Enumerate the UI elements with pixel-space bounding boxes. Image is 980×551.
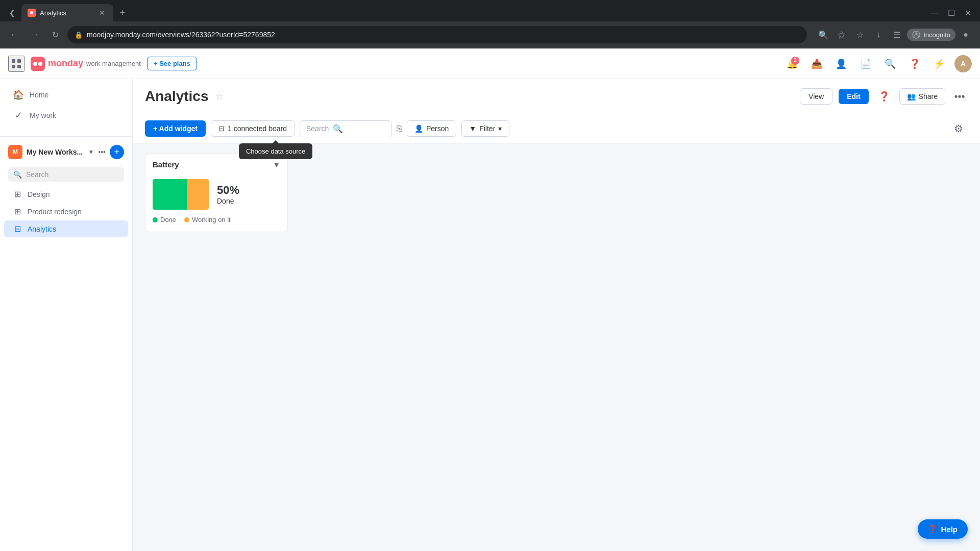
browser-chrome: ❮ Analytics ✕ + — ☐ ✕ ← → ↻ 🔒 moodjoy.mo… xyxy=(0,0,980,48)
legend-item-working: Working on it xyxy=(184,216,231,223)
board-icon-analytics: ⊟ xyxy=(12,224,22,234)
toolbar-search[interactable]: Search 🔍 xyxy=(300,120,391,137)
tab-favicon xyxy=(28,9,36,17)
person-filter-button[interactable]: 👤 Person xyxy=(407,120,456,137)
widget-filter-icon[interactable]: ▼ xyxy=(273,160,280,169)
tab-close-button[interactable]: ✕ xyxy=(97,8,107,18)
sidebar-item-analytics[interactable]: ⊟ Analytics xyxy=(4,220,128,237)
filter-button[interactable]: ▼ Filter ▾ xyxy=(461,120,509,137)
battery-done-label: Done xyxy=(217,197,239,205)
download-button[interactable]: ↓ xyxy=(870,27,887,43)
back-button[interactable]: ← xyxy=(6,27,22,43)
tab-title: Analytics xyxy=(40,9,93,17)
help-button[interactable]: ❓ Help xyxy=(918,519,968,539)
apps-grid-button[interactable] xyxy=(8,56,24,72)
reload-button[interactable]: ↻ xyxy=(47,27,63,43)
workspace-header[interactable]: M My New Works... ▼ ••• + xyxy=(0,141,132,163)
bookmark-button[interactable]: ☆ xyxy=(852,27,868,43)
legend-item-done: Done xyxy=(153,216,176,223)
share-label: Share xyxy=(919,92,938,101)
maximize-button[interactable]: ☐ xyxy=(944,6,959,20)
widget-body: 50% Done Done Working on it xyxy=(145,173,287,232)
app-layout: monday work management + See plans 🔔 3 📥… xyxy=(0,48,980,551)
workspace-name: My New Works... xyxy=(27,148,84,156)
url-text: moodjoy.monday.com/overviews/263362?user… xyxy=(87,31,800,39)
legend-label-done: Done xyxy=(160,216,176,223)
sidebar-item-product-redesign[interactable]: ⊞ Product redesign xyxy=(4,203,128,220)
sidebar-item-design[interactable]: ⊞ Design xyxy=(4,186,128,203)
bar-done xyxy=(153,179,187,210)
address-bar: ← → ↻ 🔒 moodjoy.monday.com/overviews/263… xyxy=(0,21,980,48)
extensions-button[interactable]: ⚝ xyxy=(834,27,850,43)
sidebar-toggle[interactable]: ☰ xyxy=(889,27,905,43)
search-filter-text: Search xyxy=(306,124,329,133)
legend-dot-done xyxy=(153,217,158,222)
view-button[interactable]: View xyxy=(800,88,832,105)
svg-point-1 xyxy=(30,11,33,14)
inbox-button[interactable]: 📥 xyxy=(807,55,826,73)
filter-icon: ▼ xyxy=(469,124,476,133)
sidebar-home-label: Home xyxy=(30,91,48,99)
edit-button[interactable]: Edit xyxy=(839,89,868,104)
close-window-button[interactable]: ✕ xyxy=(961,6,975,20)
connected-board-icon: ⊟ xyxy=(218,124,225,133)
legend-dot-working xyxy=(184,217,189,222)
help-page-icon[interactable]: ❓ xyxy=(875,87,893,106)
search-icon: 🔍 xyxy=(333,124,343,134)
sidebar-search-placeholder: Search xyxy=(26,170,48,179)
svg-rect-4 xyxy=(12,59,15,63)
profile-button[interactable]: ● xyxy=(958,27,974,43)
share-button[interactable]: 👥 Share xyxy=(899,88,945,105)
tab-prev-button[interactable]: ❮ xyxy=(5,6,19,20)
sidebar-item-my-work[interactable]: ✓ My work xyxy=(4,106,128,125)
workdocs-button[interactable]: 📄 xyxy=(856,55,875,73)
apps-button[interactable]: ⚡ xyxy=(930,55,948,73)
connected-board-wrapper: ⊟ 1 connected board Choose data source xyxy=(211,120,295,137)
dashboard-settings-button[interactable]: ⚙ xyxy=(949,119,968,138)
search-button[interactable]: 🔍 xyxy=(815,27,831,43)
incognito-badge: Incognito xyxy=(907,29,955,41)
board-label-analytics: Analytics xyxy=(28,225,56,233)
avatar[interactable]: A xyxy=(954,55,972,72)
workspace-icon: M xyxy=(8,145,22,159)
svg-rect-5 xyxy=(17,59,21,63)
board-label-product-redesign: Product redesign xyxy=(28,208,82,216)
help-icon: ❓ xyxy=(928,524,938,534)
svg-rect-6 xyxy=(12,65,15,68)
help-top-button[interactable]: ❓ xyxy=(905,55,924,73)
battery-bar xyxy=(153,179,209,210)
connected-board-button[interactable]: ⊟ 1 connected board xyxy=(211,120,295,137)
search-top-button[interactable]: 🔍 xyxy=(881,55,899,73)
active-tab[interactable]: Analytics ✕ xyxy=(21,4,113,21)
page-title: Analytics xyxy=(145,88,209,105)
workspace-more-icon[interactable]: ••• xyxy=(98,148,106,156)
home-icon: 🏠 xyxy=(12,89,24,101)
legend-label-working: Working on it xyxy=(192,216,231,223)
share-icon: 👥 xyxy=(907,92,916,101)
battery-legend: Done Working on it xyxy=(153,216,280,223)
battery-widget: Battery ▼ 50% Done xyxy=(145,154,288,232)
star-icon[interactable]: ☆ xyxy=(215,90,224,103)
sidebar-my-work-label: My work xyxy=(30,111,56,119)
connected-board-label: 1 connected board xyxy=(228,124,287,133)
more-options-button[interactable]: ••• xyxy=(951,88,968,105)
person-icon: 👤 xyxy=(414,124,423,133)
workspace-add-button[interactable]: + xyxy=(110,145,124,159)
minimize-button[interactable]: — xyxy=(928,6,942,20)
notification-button[interactable]: 🔔 3 xyxy=(783,55,801,73)
help-label: Help xyxy=(941,525,958,534)
people-button[interactable]: 👤 xyxy=(832,55,850,73)
url-bar[interactable]: 🔒 moodjoy.monday.com/overviews/263362?us… xyxy=(67,26,807,43)
new-tab-button[interactable]: + xyxy=(115,6,130,20)
incognito-label: Incognito xyxy=(923,31,950,39)
see-plans-button[interactable]: + See plans xyxy=(147,57,197,70)
sidebar-item-home[interactable]: 🏠 Home xyxy=(4,85,128,105)
forward-button[interactable]: → xyxy=(27,27,43,43)
window-controls: — ☐ ✕ xyxy=(928,6,975,20)
notification-badge: 3 xyxy=(791,57,799,65)
add-widget-button[interactable]: + Add widget xyxy=(145,120,206,137)
svg-rect-7 xyxy=(17,65,21,68)
sidebar-search-box[interactable]: 🔍 Search xyxy=(8,167,124,182)
sidebar-search-icon: 🔍 xyxy=(13,170,22,179)
copy-button[interactable]: ⎘ xyxy=(397,124,402,133)
